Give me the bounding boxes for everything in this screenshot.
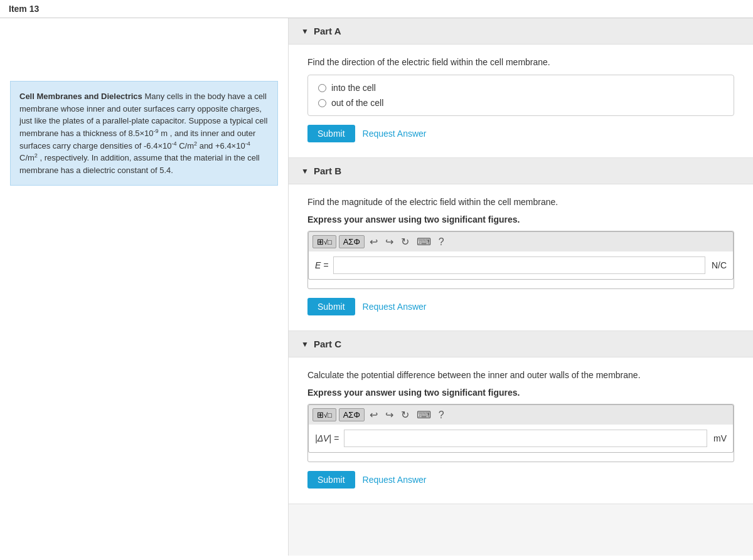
header-bar: Item 13: [0, 0, 753, 18]
part-b-label: Part B: [314, 166, 341, 176]
part-c-action-row: Submit Request Answer: [307, 471, 734, 489]
part-b-formula-box: ⊞√□ ΑΣΦ ↩ ↪ ↻ ⌨ ? E = N/C: [307, 231, 734, 289]
part-c-redo-icon[interactable]: ↪: [383, 408, 396, 422]
part-a-submit-button[interactable]: Submit: [307, 125, 355, 142]
part-c-input[interactable]: [344, 430, 707, 447]
context-box: Cell Membranes and Dielectrics Many cell…: [10, 81, 278, 186]
part-a-label: Part A: [314, 26, 341, 36]
part-b-eq-label: E =: [315, 260, 328, 270]
part-c-content: Calculate the potential difference betwe…: [289, 357, 753, 504]
part-b-submit-button[interactable]: Submit: [307, 298, 355, 315]
part-b-question: Find the magnitude of the electric field…: [307, 197, 734, 207]
part-a-question: Find the direction of the electric field…: [307, 57, 734, 67]
part-b-action-row: Submit Request Answer: [307, 298, 734, 315]
part-b-content: Find the magnitude of the electric field…: [289, 184, 753, 330]
option-out-of-cell[interactable]: out of the cell: [318, 98, 724, 108]
part-b-section: ▼ Part B Find the magnitude of the elect…: [289, 158, 753, 331]
part-b-arrow: ▼: [301, 167, 309, 176]
part-c-undo-icon[interactable]: ↩: [367, 408, 380, 422]
part-b-format-btn[interactable]: ⊞√□: [312, 235, 336, 248]
part-a-request-answer-link[interactable]: Request Answer: [363, 129, 427, 139]
right-panel: ▼ Part A Find the direction of the elect…: [289, 18, 753, 556]
part-b-input-row: E = N/C: [308, 251, 734, 280]
part-c-label: Part C: [314, 339, 341, 349]
part-c-submit-button[interactable]: Submit: [307, 471, 355, 489]
part-a-arrow: ▼: [301, 27, 309, 36]
part-b-input[interactable]: [333, 256, 705, 274]
context-body: Many cells in the body have a cell membr…: [19, 92, 267, 175]
part-c-refresh-icon[interactable]: ↻: [398, 408, 412, 422]
part-c-unit: mV: [713, 433, 727, 443]
part-c-format-btn[interactable]: ⊞√□: [312, 408, 336, 421]
part-c-greek-btn[interactable]: ΑΣΦ: [339, 408, 365, 421]
part-b-unit: N/C: [712, 260, 727, 270]
part-b-redo-icon[interactable]: ↪: [383, 235, 396, 249]
part-b-header[interactable]: ▼ Part B: [289, 158, 753, 184]
radio-out-of-cell[interactable]: [318, 99, 326, 107]
part-b-request-answer-link[interactable]: Request Answer: [363, 302, 427, 312]
part-b-toolbar: ⊞√□ ΑΣΦ ↩ ↪ ↻ ⌨ ?: [308, 231, 734, 251]
part-a-content: Find the direction of the electric field…: [289, 45, 753, 157]
part-c-input-row: |ΔV| = mV: [308, 425, 734, 453]
part-c-section: ▼ Part C Calculate the potential differe…: [289, 331, 753, 504]
part-c-formula-box: ⊞√□ ΑΣΦ ↩ ↪ ↻ ⌨ ? |ΔV| = mV: [307, 404, 734, 462]
part-a-header[interactable]: ▼ Part A: [289, 18, 753, 45]
context-title: Cell Membranes and Dielectrics: [19, 92, 144, 101]
part-c-help-icon[interactable]: ?: [436, 408, 447, 422]
part-a-section: ▼ Part A Find the direction of the elect…: [289, 18, 753, 158]
part-b-keyboard-icon[interactable]: ⌨: [414, 235, 434, 249]
part-c-header[interactable]: ▼ Part C: [289, 331, 753, 357]
part-a-action-row: Submit Request Answer: [307, 125, 734, 142]
part-a-radio-group: into the cell out of the cell: [307, 75, 734, 116]
part-b-help-icon[interactable]: ?: [436, 235, 447, 249]
part-b-instruction: Express your answer using two significan…: [307, 214, 734, 225]
option-into-cell[interactable]: into the cell: [318, 83, 724, 93]
left-panel: Cell Membranes and Dielectrics Many cell…: [0, 18, 289, 556]
part-c-eq-label: |ΔV| =: [315, 433, 339, 443]
part-b-undo-icon[interactable]: ↩: [367, 235, 380, 249]
part-c-question: Calculate the potential difference betwe…: [307, 370, 734, 380]
part-c-toolbar: ⊞√□ ΑΣΦ ↩ ↪ ↻ ⌨ ?: [308, 404, 734, 425]
part-c-instruction: Express your answer using two significan…: [307, 388, 734, 398]
item-title: Item 13: [9, 4, 39, 14]
part-c-arrow: ▼: [301, 340, 309, 349]
part-c-request-answer-link[interactable]: Request Answer: [363, 475, 427, 485]
radio-into-cell[interactable]: [318, 84, 326, 92]
part-c-keyboard-icon[interactable]: ⌨: [414, 408, 434, 422]
part-b-greek-btn[interactable]: ΑΣΦ: [339, 235, 365, 248]
part-b-refresh-icon[interactable]: ↻: [398, 235, 412, 249]
